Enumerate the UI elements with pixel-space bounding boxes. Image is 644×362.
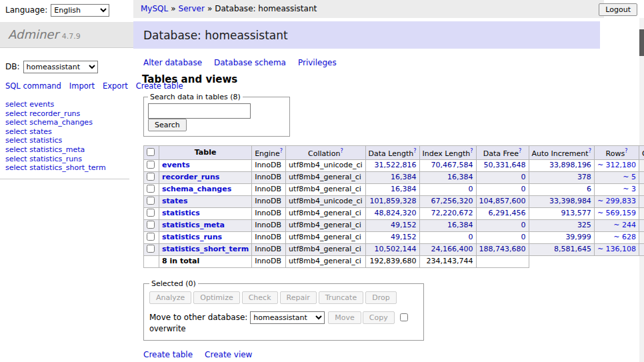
tables-heading: Tables and views — [142, 73, 600, 85]
optimize-button[interactable]: Optimize — [193, 291, 239, 304]
logout-button[interactable]: Logout — [599, 3, 637, 16]
column-help-link[interactable]: ? — [340, 148, 343, 154]
column-help-link[interactable]: ? — [280, 148, 283, 154]
engine-cell: InnoDB — [252, 243, 286, 255]
col-header-engine[interactable]: Engine? — [252, 146, 286, 160]
scrollbar-thumb[interactable] — [639, 29, 644, 56]
data-length-cell: 16,384 — [365, 183, 419, 195]
column-help-link[interactable]: ? — [589, 148, 591, 154]
col-header-comment[interactable]: Comment? — [639, 146, 644, 160]
table-row-statistics_runs: statistics_runsInnoDButf8mb4_general_ci4… — [144, 231, 644, 243]
column-help-link[interactable]: ? — [625, 148, 627, 154]
rows-link-events[interactable]: ~ 312,180 — [597, 161, 636, 169]
page-title: Database: homeassistant — [133, 21, 600, 49]
auto-increment-cell: 33,898,196 — [529, 159, 594, 171]
comment-cell — [639, 219, 644, 231]
engine-cell: InnoDB — [252, 207, 286, 219]
row-checkbox-schema_changes[interactable] — [147, 185, 155, 193]
breadcrumb-link-mysql[interactable]: MySQL — [141, 4, 168, 13]
rows-link-statistics_short_term[interactable]: ~ 136,108 — [597, 245, 636, 253]
row-checkbox-statistics_short_term[interactable] — [147, 245, 155, 253]
selected-legend: Selected (0) — [149, 279, 198, 288]
table-link-statistics_short_term[interactable]: statistics_short_term — [162, 245, 249, 253]
row-checkbox-recorder_runs[interactable] — [147, 173, 155, 181]
table-link-statistics[interactable]: statistics — [162, 209, 200, 217]
col-header-rows[interactable]: Rows? — [594, 146, 639, 160]
rows-cell: ~ 312,180 — [594, 159, 639, 171]
sidebar-select-states-link[interactable]: select states — [5, 127, 52, 136]
sidebar-link-export[interactable]: Export — [103, 81, 128, 91]
sidebar-table-item: select schema_changes — [5, 118, 129, 127]
table-header-row: TableEngine?Collation?Data Length?Index … — [144, 146, 644, 160]
db-action-privileges[interactable]: Privileges — [298, 58, 337, 67]
comment-cell — [639, 183, 644, 195]
rows-link-schema_changes[interactable]: ~ 3 — [623, 185, 636, 193]
col-header-auto-increment[interactable]: Auto Increment? — [529, 146, 594, 160]
rows-link-statistics[interactable]: ~ 569,159 — [597, 209, 636, 217]
breadcrumb-link-server[interactable]: Server — [179, 4, 205, 13]
table-name-cell: statistics_meta — [159, 219, 252, 231]
rows-link-statistics_meta[interactable]: ~ 244 — [613, 221, 636, 229]
create-link-create-view[interactable]: Create view — [205, 350, 252, 359]
engine-cell: InnoDB — [252, 219, 286, 231]
create-link-create-table[interactable]: Create table — [143, 350, 193, 359]
row-checkbox-statistics[interactable] — [147, 209, 155, 217]
row-checkbox-statistics_meta[interactable] — [147, 221, 155, 229]
move-db-select[interactable]: homeassistant — [250, 311, 325, 324]
row-checkbox-statistics_runs[interactable] — [147, 233, 155, 241]
db-action-alter-database[interactable]: Alter database — [143, 58, 202, 67]
column-help-link[interactable]: ? — [413, 148, 416, 154]
sidebar-select-schema-changes-link[interactable]: select schema_changes — [5, 118, 93, 127]
sidebar-select-statistics-link[interactable]: select statistics — [5, 136, 62, 145]
column-help-link[interactable]: ? — [470, 148, 473, 154]
sidebar-table-item: select statistics_meta — [5, 145, 129, 155]
sidebar-link-import[interactable]: Import — [69, 81, 95, 91]
move-button[interactable]: Move — [328, 311, 361, 324]
col-header-table[interactable]: Table — [159, 146, 252, 160]
db-select[interactable]: homeassistant — [23, 61, 98, 73]
engine-cell: InnoDB — [252, 183, 286, 195]
column-help-link[interactable]: ? — [519, 148, 521, 154]
rows-link-recorder_runs[interactable]: ~ 5 — [623, 173, 636, 181]
table-link-schema_changes[interactable]: schema_changes — [162, 185, 231, 193]
language-select[interactable]: English — [51, 4, 109, 17]
table-row-recorder_runs: recorder_runsInnoDButf8mb4_general_ci16,… — [144, 171, 644, 183]
auto-increment-cell: 913,577 — [529, 207, 594, 219]
table-link-events[interactable]: events — [162, 161, 190, 169]
search-button[interactable]: Search — [148, 119, 187, 131]
collation-cell: utf8mb4_general_ci — [286, 207, 365, 219]
table-link-statistics_meta[interactable]: statistics_meta — [162, 221, 225, 229]
db-action-database-schema[interactable]: Database schema — [214, 58, 286, 67]
col-header-index-length[interactable]: Index Length? — [419, 146, 476, 160]
truncate-button[interactable]: Truncate — [319, 291, 363, 304]
overwrite-checkbox[interactable] — [400, 313, 408, 321]
col-header-data-free[interactable]: Data Free? — [476, 146, 529, 160]
sidebar-table-item: select statistics_short_term — [5, 163, 129, 173]
repair-button[interactable]: Repair — [280, 291, 317, 304]
analyze-button[interactable]: Analyze — [149, 291, 191, 304]
copy-button[interactable]: Copy — [363, 311, 395, 324]
search-input[interactable] — [148, 103, 251, 119]
check-button[interactable]: Check — [242, 291, 278, 304]
table-link-recorder_runs[interactable]: recorder_runs — [162, 173, 219, 181]
comment-cell — [639, 195, 644, 207]
select-all-checkbox[interactable] — [147, 148, 155, 156]
sidebar-select-events-link[interactable]: select events — [5, 100, 54, 109]
app-logo[interactable]: Adminer — [8, 27, 59, 41]
table-link-states[interactable]: states — [162, 197, 188, 205]
move-row: Move to other database: homeassistant Mo… — [149, 311, 418, 333]
row-checkbox-events[interactable] — [147, 161, 155, 169]
sidebar-select-recorder-runs-link[interactable]: select recorder_runs — [5, 109, 80, 118]
col-header-collation[interactable]: Collation? — [286, 146, 365, 160]
sidebar-select-statistics-runs-link[interactable]: select statistics_runs — [5, 155, 82, 163]
data-length-cell: 48,824,320 — [365, 207, 419, 219]
sidebar-select-statistics-short-term-link[interactable]: select statistics_short_term — [5, 163, 106, 172]
col-header-data-length[interactable]: Data Length? — [365, 146, 419, 160]
rows-link-statistics_runs[interactable]: ~ 628 — [613, 233, 636, 241]
sidebar-select-statistics-meta-link[interactable]: select statistics_meta — [5, 145, 85, 154]
drop-button[interactable]: Drop — [365, 291, 396, 304]
sidebar-link-sql-command[interactable]: SQL command — [5, 81, 61, 91]
table-link-statistics_runs[interactable]: statistics_runs — [162, 233, 222, 241]
rows-link-states[interactable]: ~ 299,833 — [597, 197, 636, 205]
row-checkbox-states[interactable] — [147, 197, 155, 205]
